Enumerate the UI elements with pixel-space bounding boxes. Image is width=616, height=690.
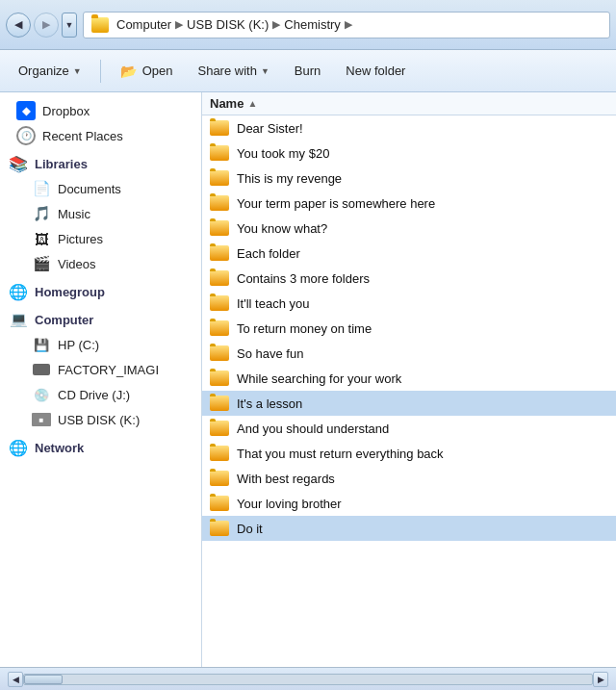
sidebar-item-factory[interactable]: FACTORY_IMAGI bbox=[0, 357, 201, 382]
file-row[interactable]: Your term paper is somewhere here bbox=[202, 191, 616, 216]
sidebar-hp-c-label: HP (C:) bbox=[58, 338, 99, 352]
sidebar-dropbox-label: Dropbox bbox=[42, 104, 90, 118]
file-row[interactable]: With best regards bbox=[202, 466, 616, 491]
folder-icon bbox=[210, 220, 229, 236]
organize-button[interactable]: Organize ▼ bbox=[8, 56, 92, 87]
sidebar-computer-label: Computer bbox=[35, 313, 93, 327]
folder-name: You know what? bbox=[237, 221, 327, 236]
sidebar-item-dropbox[interactable]: ◆ Dropbox bbox=[0, 98, 201, 123]
computer-icon: 💻 bbox=[8, 310, 29, 329]
homegroup-icon: 🌐 bbox=[8, 282, 29, 301]
folder-name: So have fun bbox=[237, 346, 303, 361]
folder-name: While searching for your work bbox=[237, 371, 401, 386]
sidebar-section-computer[interactable]: 💻 Computer bbox=[0, 304, 201, 332]
sidebar-item-cd-drive[interactable]: 💿 CD Drive (J:) bbox=[0, 382, 201, 407]
file-row[interactable]: Contains 3 more folders bbox=[202, 266, 616, 291]
address-usb: USB DISK (K:) bbox=[187, 17, 269, 32]
sidebar-item-homegroup[interactable]: 🌐 Homegroup bbox=[0, 276, 201, 304]
folder-name: Contains 3 more folders bbox=[237, 271, 370, 286]
address-bar[interactable]: Computer ▶ USB DISK (K:) ▶ Chemistry ▶ bbox=[83, 12, 610, 38]
sidebar-network-label: Network bbox=[35, 441, 84, 455]
sidebar: ◆ Dropbox 🕐 Recent Places 📚 Libraries 📄 … bbox=[0, 92, 202, 667]
file-row[interactable]: And you should understand bbox=[202, 416, 616, 441]
sidebar-item-network[interactable]: 🌐 Network bbox=[0, 432, 201, 460]
back-button[interactable]: ◀ bbox=[6, 13, 31, 38]
organize-arrow: ▼ bbox=[73, 66, 82, 76]
sidebar-item-usb-disk[interactable]: ■ USB DISK (K:) bbox=[0, 407, 201, 432]
file-row[interactable]: You know what? bbox=[202, 216, 616, 241]
address-sep-3: ▶ bbox=[345, 18, 352, 31]
folder-icon bbox=[210, 295, 229, 311]
usb-disk-icon: ■ bbox=[31, 410, 52, 429]
file-row[interactable]: That you must return everything back bbox=[202, 441, 616, 466]
main-layout: ◆ Dropbox 🕐 Recent Places 📚 Libraries 📄 … bbox=[0, 92, 616, 667]
new-folder-label: New folder bbox=[346, 64, 405, 78]
new-folder-button[interactable]: New folder bbox=[335, 56, 416, 87]
sidebar-usb-disk-label: USB DISK (K:) bbox=[58, 413, 140, 427]
scroll-right-button[interactable]: ▶ bbox=[593, 672, 608, 687]
share-arrow: ▼ bbox=[261, 66, 270, 76]
sort-arrow: ▲ bbox=[247, 98, 257, 109]
network-icon: 🌐 bbox=[8, 438, 29, 457]
file-row[interactable]: Dear Sister! bbox=[202, 115, 616, 141]
sidebar-item-documents[interactable]: 📄 Documents bbox=[0, 176, 201, 201]
documents-icon: 📄 bbox=[31, 179, 52, 198]
file-row[interactable]: To return money on time bbox=[202, 316, 616, 341]
folder-name: This is my revenge bbox=[237, 171, 342, 186]
folder-icon bbox=[210, 471, 229, 486]
horizontal-scrollbar[interactable] bbox=[23, 674, 593, 685]
folder-name: You took my $20 bbox=[237, 146, 329, 161]
file-row[interactable]: While searching for your work bbox=[202, 366, 616, 391]
sidebar-factory-label: FACTORY_IMAGI bbox=[58, 363, 159, 377]
file-row[interactable]: Your loving brother bbox=[202, 491, 616, 516]
address-computer: Computer bbox=[116, 17, 171, 32]
burn-button[interactable]: Burn bbox=[284, 56, 331, 87]
content-header: Name ▲ bbox=[202, 92, 616, 115]
sidebar-homegroup-label: Homegroup bbox=[35, 285, 105, 299]
libraries-icon: 📚 bbox=[8, 154, 29, 173]
file-row[interactable]: This is my revenge bbox=[202, 166, 616, 191]
folder-icon bbox=[210, 496, 229, 511]
toolbar-sep-1 bbox=[100, 60, 101, 83]
folder-name: And you should understand bbox=[237, 422, 389, 436]
music-icon: 🎵 bbox=[31, 204, 52, 223]
file-row[interactable]: So have fun bbox=[202, 341, 616, 366]
sidebar-item-hp-c[interactable]: 💾 HP (C:) bbox=[0, 332, 201, 357]
open-button[interactable]: 📂 Open bbox=[109, 56, 184, 87]
sidebar-item-pictures[interactable]: 🖼 Pictures bbox=[0, 226, 201, 251]
folder-icon bbox=[210, 371, 229, 386]
factory-icon bbox=[31, 360, 52, 379]
file-row[interactable]: It'll teach you bbox=[202, 291, 616, 316]
folder-name: Your loving brother bbox=[237, 497, 342, 511]
sidebar-section-libraries[interactable]: 📚 Libraries bbox=[0, 148, 201, 176]
sidebar-item-videos[interactable]: 🎬 Videos bbox=[0, 251, 201, 276]
sidebar-item-recent-places[interactable]: 🕐 Recent Places bbox=[0, 123, 201, 148]
folder-name: That you must return everything back bbox=[237, 447, 444, 461]
folder-icon bbox=[210, 245, 229, 261]
address-sep-2: ▶ bbox=[272, 18, 280, 31]
folder-icon bbox=[210, 345, 229, 361]
file-row[interactable]: Do it bbox=[202, 516, 616, 541]
folder-icon bbox=[210, 521, 229, 536]
scrollbar-thumb bbox=[24, 675, 63, 684]
folder-icon bbox=[210, 170, 229, 186]
status-bar: ◀ ▶ bbox=[0, 667, 616, 690]
hp-c-icon: 💾 bbox=[31, 335, 52, 354]
file-row[interactable]: You took my $20 bbox=[202, 141, 616, 166]
toolbar: Organize ▼ 📂 Open Share with ▼ Burn New … bbox=[0, 50, 616, 92]
folder-name: With best regards bbox=[237, 472, 335, 486]
forward-button[interactable]: ▶ bbox=[34, 13, 59, 38]
content-list[interactable]: Dear Sister!You took my $20This is my re… bbox=[202, 115, 616, 667]
folder-name: It's a lesson bbox=[237, 396, 302, 411]
folder-icon bbox=[210, 120, 229, 136]
scroll-left-button[interactable]: ◀ bbox=[8, 672, 23, 687]
nav-dropdown-button[interactable]: ▼ bbox=[62, 13, 77, 38]
sidebar-item-music[interactable]: 🎵 Music bbox=[0, 201, 201, 226]
address-bar-container: ◀ ▶ ▼ Computer ▶ USB DISK (K:) ▶ Chemist… bbox=[0, 0, 616, 50]
file-row[interactable]: It's a lesson bbox=[202, 391, 616, 416]
share-with-button[interactable]: Share with ▼ bbox=[187, 56, 279, 87]
folder-icon bbox=[210, 195, 229, 211]
file-row[interactable]: Each folder bbox=[202, 241, 616, 266]
folder-icon bbox=[210, 446, 229, 461]
open-icon: 📂 bbox=[119, 62, 139, 81]
